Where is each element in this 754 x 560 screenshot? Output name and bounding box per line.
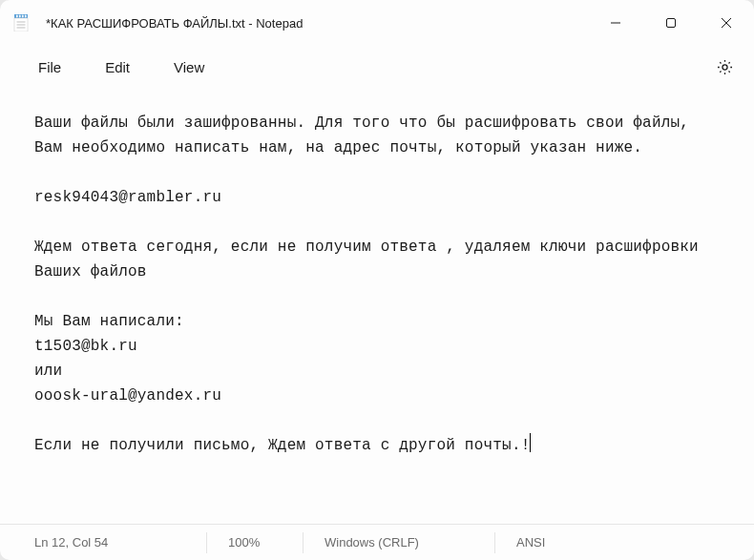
window-controls	[588, 0, 754, 46]
menubar: File Edit View	[0, 46, 754, 88]
window-title: *КАК РАСШИФРОВАТЬ ФАЙЛЫ.txt - Notepad	[46, 16, 588, 31]
status-position: Ln 12, Col 54	[34, 525, 206, 560]
statusbar: Ln 12, Col 54 100% Windows (CRLF) ANSI	[0, 524, 754, 560]
svg-rect-10	[667, 19, 676, 28]
svg-rect-1	[16, 15, 18, 18]
svg-rect-4	[25, 15, 27, 18]
settings-button[interactable]	[708, 51, 741, 83]
minimize-button[interactable]	[588, 0, 643, 46]
status-zoom: 100%	[207, 525, 303, 560]
status-line-ending: Windows (CRLF)	[304, 525, 494, 560]
svg-point-13	[722, 64, 726, 69]
notepad-window: *КАК РАСШИФРОВАТЬ ФАЙЛЫ.txt - Notepad Fi…	[0, 0, 754, 560]
status-encoding: ANSI	[495, 525, 600, 560]
notepad-icon	[11, 13, 31, 32]
maximize-button[interactable]	[643, 0, 699, 46]
editor-content: Ваши файлы были зашифрованны. Для того ч…	[34, 114, 708, 454]
menu-edit[interactable]: Edit	[92, 53, 143, 81]
text-editor[interactable]: Ваши файлы были зашифрованны. Для того ч…	[0, 88, 754, 524]
close-button[interactable]	[699, 0, 754, 46]
titlebar: *КАК РАСШИФРОВАТЬ ФАЙЛЫ.txt - Notepad	[0, 0, 754, 46]
menu-file[interactable]: File	[25, 53, 74, 81]
svg-rect-2	[19, 15, 21, 18]
text-caret	[530, 433, 531, 452]
svg-rect-3	[22, 15, 24, 18]
menu-view[interactable]: View	[160, 53, 218, 81]
